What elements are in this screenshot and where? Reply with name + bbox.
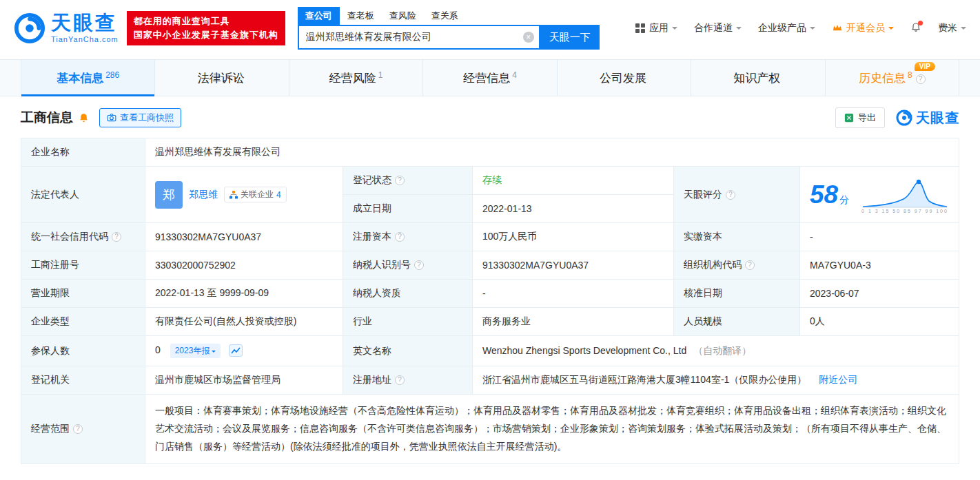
help-icon[interactable]: [395, 375, 405, 385]
search-button[interactable]: 天眼一下: [540, 25, 600, 50]
english-name-label: 英文名称: [343, 336, 473, 366]
label-text: 组织机构代码: [684, 259, 742, 270]
score-unit: 分: [839, 194, 849, 205]
chevron-down-icon: [212, 351, 216, 355]
logo-domain: TianYanCha.com: [51, 35, 119, 43]
tab-count: 8: [908, 70, 912, 80]
chevron-down-icon: [961, 27, 966, 32]
tab-company-development[interactable]: 公司发展: [558, 60, 691, 96]
notifications-bell-icon[interactable]: [910, 22, 921, 35]
vip-badge: VIP: [915, 62, 935, 71]
related-companies-label: 关联企业: [241, 189, 274, 200]
reg-status-label: 登记状态: [343, 167, 473, 195]
search-tab-boss[interactable]: 查老板: [340, 7, 382, 25]
help-icon[interactable]: [395, 232, 405, 242]
brand-watermark: 天眼查: [896, 109, 959, 127]
label-text: 行业: [353, 315, 372, 326]
search-tab-risk[interactable]: 查风险: [382, 7, 424, 25]
row-authority: 登记机关 温州市鹿城区市场监督管理局 注册地址 浙江省温州市鹿城区五马街道瓯江路…: [21, 366, 959, 395]
help-icon[interactable]: [112, 232, 121, 242]
brand-name: 天眼查: [916, 109, 959, 127]
score-cell: 58分 0 1 3 15 50 85 97 99 100: [800, 167, 959, 223]
annual-report-badge[interactable]: 2023年报: [170, 344, 221, 358]
reg-capital-value: 100万人民币: [473, 223, 674, 251]
paid-capital-value: -: [800, 223, 959, 251]
row-company-type: 企业类型 有限责任公司(自然人投资或控股) 行业 商务服务业 人员规模 0人: [21, 308, 959, 336]
section-title: 工商信息: [21, 109, 73, 127]
trend-chart-icon[interactable]: [229, 344, 243, 357]
tab-label: 经营信息: [463, 72, 510, 85]
label-text: 登记状态: [353, 174, 391, 185]
taxpayer-quality-value: -: [473, 280, 674, 308]
english-name-cell: Wenzhou Zhengsi Sports Development Co., …: [473, 336, 959, 366]
label-text: 英文名称: [353, 345, 391, 356]
tab-legal-proceedings[interactable]: 法律诉讼: [155, 60, 289, 96]
search-tab-relation[interactable]: 查关系: [424, 7, 466, 25]
search-block: 查公司 查老板 查风险 查关系 天眼一下: [298, 7, 600, 50]
help-icon[interactable]: [395, 176, 405, 185]
snapshot-button[interactable]: 查看工商快照: [99, 108, 181, 127]
related-companies-badge[interactable]: 关联企业 4: [224, 187, 287, 202]
tab-operation-risk[interactable]: 经营风险1: [289, 60, 423, 96]
staff-size-label: 人员规模: [674, 308, 800, 336]
help-icon[interactable]: [414, 260, 424, 270]
logo-text: 天眼查: [51, 13, 119, 33]
label-text: 注册资本: [353, 231, 391, 242]
promo-line2: 国家中小企业发展子基金旗下机构: [134, 28, 278, 42]
help-icon[interactable]: [745, 260, 755, 270]
insured-count-cell: 0 2023年报: [145, 336, 343, 366]
export-excel-icon: [844, 113, 854, 123]
search-input[interactable]: [298, 25, 540, 50]
tab-history-info[interactable]: VIP 历史信息8: [826, 60, 959, 96]
help-icon[interactable]: [916, 74, 926, 84]
related-companies-count: 4: [276, 190, 281, 200]
label-text: 经营范围: [31, 423, 70, 434]
tianyancha-logo-icon: [896, 109, 912, 126]
search-tab-company[interactable]: 查公司: [298, 7, 340, 25]
site-header: 天眼查 TianYanCha.com 都在用的商业查询工具 国家中小企业发展子基…: [0, 0, 980, 55]
alert-bell-icon[interactable]: [78, 112, 90, 124]
nav-enterprise-products[interactable]: 企业级产品: [758, 22, 815, 34]
tab-intellectual-property[interactable]: 知识产权: [691, 60, 825, 96]
help-icon[interactable]: [726, 190, 735, 200]
help-icon[interactable]: [73, 424, 83, 434]
snapshot-button-label: 查看工商快照: [120, 112, 174, 124]
export-button[interactable]: 导出: [835, 107, 885, 128]
legal-rep-name-link[interactable]: 郑思维: [189, 189, 218, 201]
legal-rep-avatar[interactable]: 郑: [155, 181, 183, 209]
legal-rep-cell: 郑 郑思维 关联企业 4: [145, 167, 343, 223]
nearby-companies-link[interactable]: 附近公司: [819, 374, 857, 385]
logo-text-block: 天眼查 TianYanCha.com: [51, 13, 119, 43]
label-text: 注册地址: [353, 374, 391, 385]
label-text: 实缴资本: [684, 231, 722, 242]
reg-address-cell: 浙江省温州市鹿城区五马街道瓯江路海港大厦3幢1104室-1（仅限办公使用） 附近…: [473, 366, 959, 395]
clear-search-icon[interactable]: [523, 32, 534, 43]
label-text: 人员规模: [684, 315, 722, 326]
nav-vip[interactable]: 开通会员: [832, 22, 894, 34]
chevron-down-icon: [736, 27, 742, 32]
paid-capital-label: 实缴资本: [674, 223, 800, 251]
annual-report-label: 2023年报: [175, 345, 210, 357]
insured-count-value: 0: [155, 344, 161, 355]
nav-user[interactable]: 费米: [938, 22, 966, 34]
label-text: 登记机关: [31, 374, 70, 385]
label-text: 工商注册号: [31, 259, 79, 270]
business-scope-label: 经营范围: [21, 395, 145, 464]
nav-apps[interactable]: 应用: [635, 22, 677, 34]
org-code-label: 组织机构代码: [674, 251, 800, 280]
auto-translate-note: （自动翻译）: [693, 345, 751, 356]
search-row: 天眼一下: [298, 25, 600, 50]
org-code-value: MA7GYU0A-3: [800, 251, 959, 280]
company-tabbar: 基本信息286 法律诉讼 经营风险1 经营信息4 公司发展 知识产权 VIP 历…: [0, 59, 980, 96]
tab-basic-info[interactable]: 基本信息286: [21, 60, 155, 96]
nav-enterprise-label: 企业级产品: [758, 22, 806, 34]
tab-operation-info[interactable]: 经营信息4: [423, 60, 557, 96]
nav-apps-label: 应用: [649, 22, 668, 34]
reg-status-value: 存续: [482, 174, 502, 185]
nav-cooperation[interactable]: 合作通道: [694, 22, 742, 34]
tianyancha-logo[interactable]: 天眼查 TianYanCha.com: [14, 12, 119, 44]
establish-date-value: 2022-01-13: [473, 195, 674, 223]
top-nav: 应用 合作通道 企业级产品 开通会员: [635, 22, 966, 35]
establish-date-label: 成立日期: [343, 195, 473, 223]
label-text: 成立日期: [353, 202, 391, 213]
